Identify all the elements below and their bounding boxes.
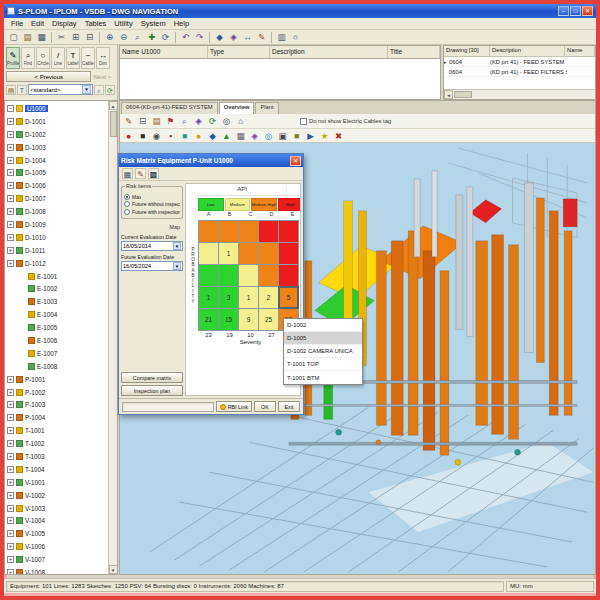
tree-item[interactable]: E-1005 <box>7 321 108 334</box>
play-icon[interactable]: ▶ <box>304 130 317 142</box>
popup-item[interactable]: D-1005 <box>284 332 362 345</box>
matrix-cell[interactable] <box>258 242 279 265</box>
matrix-cell[interactable] <box>238 220 259 243</box>
tree-item[interactable]: +D-1002 <box>7 128 108 141</box>
line-tool[interactable]: /Line <box>51 47 65 69</box>
solid-icon[interactable]: ■ <box>136 130 149 142</box>
expander-icon[interactable]: + <box>7 157 14 164</box>
matrix-cell[interactable]: 1 <box>198 286 219 309</box>
tree-item[interactable]: +D-1010 <box>7 231 108 244</box>
matrix-cell[interactable]: 1 <box>218 242 239 265</box>
locate-icon[interactable]: ⌕ <box>178 115 191 127</box>
next-view-icon[interactable]: ↷ <box>193 31 206 43</box>
finder-column-header[interactable]: Type <box>208 46 270 58</box>
refresh-list-icon[interactable]: ⟳ <box>105 85 115 95</box>
tree-item[interactable]: E-1007 <box>7 347 108 360</box>
zoom-window-icon[interactable]: ⌕ <box>131 31 144 43</box>
dim-tool[interactable]: ↔Dim <box>96 47 110 69</box>
menu-help[interactable]: Help <box>170 19 193 28</box>
previous-button[interactable]: < Previous <box>6 71 91 82</box>
tree-item[interactable]: +T-1004 <box>7 463 108 476</box>
expander-icon[interactable]: + <box>7 260 14 267</box>
tree-item[interactable]: +V-1008 <box>7 566 108 574</box>
expander-icon[interactable]: + <box>7 505 14 512</box>
zoom-in-icon[interactable]: ⊕ <box>103 31 116 43</box>
profile-tool[interactable]: ✎Profile <box>6 47 20 69</box>
tree-item[interactable]: +T-1002 <box>7 437 108 450</box>
measure-icon[interactable]: ↔ <box>241 31 254 43</box>
radio-future-without-inspection[interactable]: Future without inspection <box>124 201 180 207</box>
expander-icon[interactable]: + <box>7 569 14 574</box>
expander-icon[interactable]: + <box>7 131 14 138</box>
purple-display-icon[interactable]: ◈ <box>248 130 261 142</box>
matrix-cell[interactable] <box>218 220 239 243</box>
drawing-row[interactable]: 0604(KD prt 41) - FEED FILTERS SYSTEM <box>444 67 595 77</box>
cable-tool[interactable]: ~Cable <box>81 47 95 69</box>
matrix-cell[interactable] <box>198 242 219 265</box>
scroll-thumb[interactable] <box>110 111 117 137</box>
circle-tool[interactable]: ○Circle <box>36 47 50 69</box>
expander-icon[interactable]: + <box>7 543 14 550</box>
next-button[interactable]: Next > <box>93 74 115 80</box>
expander-icon[interactable]: + <box>7 389 14 396</box>
drawings-column-header[interactable]: Drawing [30] <box>444 46 490 56</box>
viewport-tab[interactable]: Plant <box>255 102 278 114</box>
matrix-cell[interactable]: 2 <box>258 286 279 309</box>
expander-icon[interactable]: + <box>7 376 14 383</box>
expander-icon[interactable]: + <box>7 144 14 151</box>
tree-item[interactable]: E-1003 <box>7 295 108 308</box>
future-date-field[interactable]: 16/05/2024 ▼ <box>121 261 183 271</box>
star-icon[interactable]: ★ <box>318 130 331 142</box>
tree-item[interactable]: E-1001 <box>7 270 108 283</box>
inspection-plan-button[interactable]: Inspection plan <box>121 385 183 396</box>
minimize-button[interactable]: – <box>558 6 569 16</box>
find-tool[interactable]: ⌕Find <box>21 47 35 69</box>
open-icon[interactable]: ▤ <box>21 31 34 43</box>
expander-icon[interactable]: + <box>7 247 14 254</box>
ok-button[interactable]: OK <box>254 401 276 412</box>
tree-item[interactable]: +V-1007 <box>7 553 108 566</box>
paste-icon[interactable]: ⊟ <box>83 31 96 43</box>
copy-icon[interactable]: ⊞ <box>69 31 82 43</box>
finder-column-header[interactable]: Name U1000 <box>120 46 208 58</box>
edit-icon[interactable]: ✎ <box>135 168 146 179</box>
popup-item[interactable]: T-1001 BTM <box>284 371 362 384</box>
orbit-icon[interactable]: ⟳ <box>159 31 172 43</box>
tree-item[interactable]: +V-1004 <box>7 515 108 528</box>
expander-icon[interactable]: + <box>7 466 14 473</box>
drawings-hscrollbar[interactable]: ◄ <box>444 89 595 99</box>
tree-item[interactable]: +T-1001 <box>7 424 108 437</box>
print-icon[interactable]: ▥ <box>275 31 288 43</box>
expander-icon[interactable]: + <box>7 118 14 125</box>
scroll-up-icon[interactable]: ▲ <box>109 101 118 110</box>
expander-icon[interactable]: + <box>7 221 14 228</box>
matrix-cell[interactable] <box>198 264 219 287</box>
matrix-cell[interactable]: 9 <box>238 308 259 331</box>
exit-button[interactable]: Exit <box>278 401 300 412</box>
link-icon[interactable]: ◈ <box>192 115 205 127</box>
rbi-link-button[interactable]: RBI Link <box>216 401 252 412</box>
tree-filter-icon[interactable]: ▤ <box>6 85 16 95</box>
expander-icon[interactable]: − <box>7 105 14 112</box>
matrix-cell[interactable] <box>278 242 299 265</box>
tree-item[interactable]: +D-1011 <box>7 244 108 257</box>
redline-icon[interactable]: ● <box>122 130 135 142</box>
drawings-column-header[interactable]: Description <box>490 46 565 56</box>
teal-display-icon[interactable]: ■ <box>178 130 191 142</box>
tree-vscrollbar[interactable]: ▲ ▼ <box>108 101 117 574</box>
tree-item[interactable]: +P-1004 <box>7 411 108 424</box>
popup-item[interactable]: T-1001 TOP <box>284 358 362 371</box>
matrix-cell[interactable] <box>218 264 239 287</box>
menu-display[interactable]: Display <box>48 19 81 28</box>
vessel-icon[interactable]: ▪ <box>164 130 177 142</box>
snapshot-icon[interactable]: ◎ <box>220 115 233 127</box>
expander-icon[interactable]: + <box>7 556 14 563</box>
matrix-cell[interactable]: 21 <box>198 308 219 331</box>
expander-icon[interactable]: + <box>7 414 14 421</box>
maximize-button[interactable]: □ <box>570 6 581 16</box>
preset-dropdown[interactable]: <standard> ▼ <box>28 84 93 95</box>
tree-root[interactable]: −U1000 <box>7 102 108 115</box>
menu-file[interactable]: File <box>7 19 27 28</box>
close-button[interactable]: ✕ <box>582 6 593 16</box>
matrix-cell[interactable]: 1 <box>238 286 259 309</box>
